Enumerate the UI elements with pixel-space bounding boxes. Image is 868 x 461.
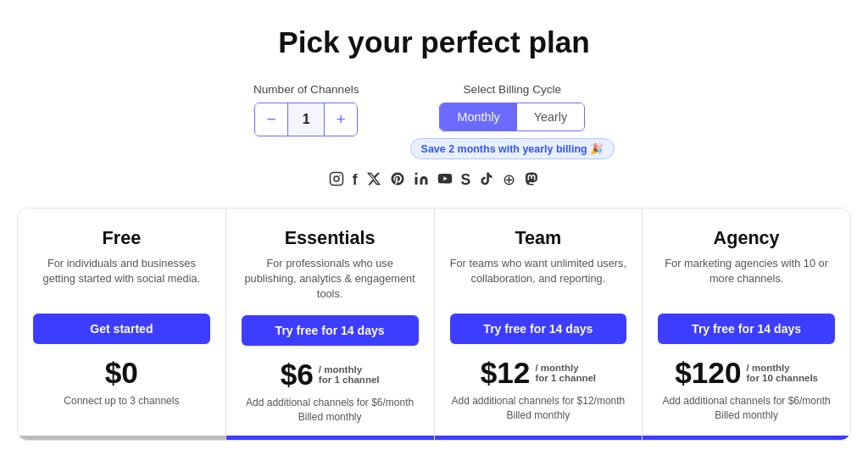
channel-decrement-button[interactable]: − [255,103,287,136]
svg-rect-0 [330,173,342,186]
plan-price-detail: / monthlyfor 1 channel [319,359,380,385]
plan-card-agency: Agency For marketing agencies with 10 or… [643,208,850,440]
page-title: Pick your perfect plan [278,25,590,59]
plan-name: Agency [714,227,780,249]
channel-control: Number of Channels − 1 + [253,83,359,136]
plan-cta-button[interactable]: Get started [33,314,210,344]
facebook-icon: f [353,171,358,191]
plan-card-essentials: Essentials For professionals who use pub… [226,208,435,440]
channel-label: Number of Channels [253,83,359,96]
pinterest-icon [390,171,405,191]
plan-note: Add additional channels for $6/monthBill… [663,394,831,423]
plan-price: $12 [481,358,531,387]
channel-counter: − 1 + [254,103,358,136]
shopify-icon: S [461,171,471,191]
billing-label: Select Billing Cycle [464,83,562,96]
channel-increment-button[interactable]: + [325,103,357,136]
billing-toggle: Monthly Yearly [439,103,585,131]
channel-value: 1 [287,103,325,136]
plan-price-row: $0 [105,358,138,387]
plan-note: Add additional channels for $6/monthBill… [246,396,414,425]
twitter-icon [366,171,381,191]
tiktok-icon [479,171,494,191]
plan-cta-button[interactable]: Try free for 14 days [242,315,419,346]
plan-card-team: Team For teams who want unlimited users,… [435,208,643,440]
plan-accent-bar [226,436,434,440]
plans-container: Free For individuals and businesses gett… [17,208,851,441]
plan-desc: For teams who want unlimited users, coll… [450,256,627,300]
plan-name: Essentials [285,227,376,249]
svg-point-1 [334,176,339,181]
svg-point-2 [339,175,341,176]
instagram-icon [329,171,344,191]
plan-price-row: $120 / monthlyfor 10 channels [675,358,818,387]
save-badge: Save 2 months with yearly billing 🎉 [410,138,615,159]
plan-desc: For individuals and businesses getting s… [33,256,210,300]
plan-price-detail: / monthlyfor 1 channel [535,358,596,383]
plan-note: Connect up to 3 channels [64,394,179,408]
plan-accent-bar [643,436,850,440]
plan-desc: For professionals who use publishing, an… [242,256,419,302]
plan-price: $6 [281,359,314,389]
mastodon-icon [524,171,539,191]
plan-cta-button[interactable]: Try free for 14 days [450,314,627,344]
plan-price-row: $6 / monthlyfor 1 channel [281,359,380,389]
controls-row: Number of Channels − 1 + Select Billing … [253,83,615,159]
social-icons-row: f S ⊕ [329,171,540,191]
plan-cta-button[interactable]: Try free for 14 days [658,314,835,344]
plan-price: $0 [105,358,138,387]
billing-yearly-button[interactable]: Yearly [517,103,584,131]
plan-price-detail: / monthlyfor 10 channels [747,358,818,383]
plan-price: $120 [675,358,741,387]
plan-accent-bar [18,436,225,440]
plan-name: Team [515,227,561,249]
youtube-icon [437,171,453,191]
plan-note: Add additional channels for $12/monthBil… [451,394,625,423]
billing-control: Select Billing Cycle Monthly Yearly Save… [410,83,615,159]
plan-price-row: $12 / monthlyfor 1 channel [481,358,596,387]
plan-card-free: Free For individuals and businesses gett… [18,208,226,440]
buffer-icon: ⊕ [503,171,515,191]
plan-desc: For marketing agencies with 10 or more c… [658,256,835,300]
billing-monthly-button[interactable]: Monthly [440,103,516,131]
svg-point-3 [415,173,417,175]
plan-accent-bar [435,436,643,440]
linkedin-icon [414,171,429,191]
plan-name: Free [103,227,142,249]
